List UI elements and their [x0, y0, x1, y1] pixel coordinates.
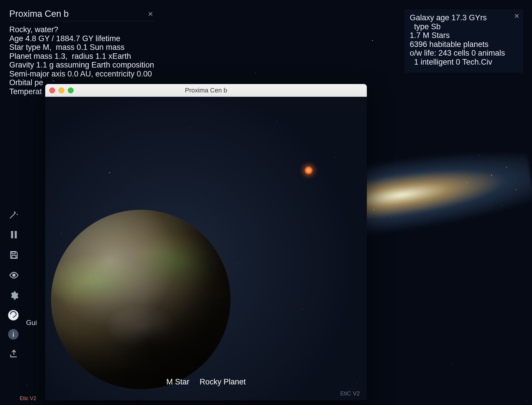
detail-planet-label: Rocky Planet	[200, 377, 246, 386]
magic-wand-icon[interactable]	[8, 209, 20, 220]
close-icon[interactable]: ×	[147, 9, 154, 19]
galaxy-info-line: 1.7 M Stars	[410, 31, 518, 40]
help-icon[interactable]	[8, 310, 19, 320]
galaxy-info-line: 6396 habitable planets	[410, 40, 518, 49]
svg-rect-6	[13, 332, 14, 333]
info-icon[interactable]	[8, 329, 19, 340]
window-titlebar[interactable]: Proxima Cen b	[45, 84, 367, 97]
svg-rect-1	[15, 231, 17, 238]
window-close-icon[interactable]	[49, 87, 55, 93]
detail-star	[305, 166, 313, 174]
svg-rect-2	[12, 252, 15, 254]
galaxy-info: Galaxy age 17.3 GYrs type Sb 1.7 M Stars…	[410, 13, 518, 66]
share-icon[interactable]	[8, 348, 20, 360]
svg-point-4	[13, 274, 15, 277]
planet-detail-window[interactable]: Proxima Cen b M Star Rocky Planet EtiC V…	[45, 84, 367, 400]
galaxy-info-line: type Sb	[410, 22, 518, 31]
window-minimize-icon[interactable]	[59, 87, 64, 93]
galaxy-info-panel: × Galaxy age 17.3 GYrs type Sb 1.7 M Sta…	[405, 9, 523, 73]
app-version: Etic V2	[20, 395, 36, 402]
save-icon[interactable]	[8, 249, 20, 261]
detail-planet	[51, 210, 231, 389]
galaxy-info-line: 1 intelligent 0 Tech.Civ	[410, 58, 518, 67]
eye-icon[interactable]	[8, 269, 20, 281]
planet-info-line: Semi-major axis 0.0 AU, eccentricity 0.0…	[9, 70, 154, 79]
traffic-lights	[49, 87, 74, 93]
planet-info-line: Age 4.8 GY / 1884.7 GY lifetime	[9, 34, 154, 43]
close-icon[interactable]: ×	[513, 11, 520, 21]
window-zoom-icon[interactable]	[68, 87, 74, 93]
detail-caption: M Star Rocky Planet	[45, 377, 367, 386]
planet-info-panel: Proxima Cen b × Rocky, water? Age 4.8 GY…	[9, 9, 154, 96]
galaxy-info-line: Galaxy age 17.3 GYrs	[410, 13, 518, 22]
detail-star-label: M Star	[166, 377, 190, 386]
planet-title: Proxima Cen b	[9, 9, 147, 19]
galaxy-info-line: o/w life: 243 cells 0 animals	[410, 49, 518, 58]
detail-version: EtiC V2	[340, 390, 360, 397]
planet-info-line: Planet mass 1.3, radius 1.1 xEarth	[9, 52, 154, 61]
pause-icon[interactable]	[8, 229, 20, 240]
planet-info-line: Rocky, water?	[9, 25, 154, 34]
planet-title-row: Proxima Cen b ×	[9, 9, 154, 21]
svg-rect-5	[13, 333, 14, 337]
planet-info-line: Star type M, mass 0.1 Sun mass	[9, 43, 154, 52]
gear-icon[interactable]	[8, 290, 20, 301]
help-tooltip: Gui	[26, 319, 37, 327]
planet-info-line: Gravity 1.1 g assuming Earth composition	[9, 61, 154, 70]
side-toolbar	[8, 209, 20, 360]
svg-rect-0	[11, 231, 13, 238]
planet-detail-viewport[interactable]: M Star Rocky Planet EtiC V2	[45, 97, 367, 400]
svg-rect-3	[12, 255, 16, 258]
window-title: Proxima Cen b	[45, 87, 367, 94]
